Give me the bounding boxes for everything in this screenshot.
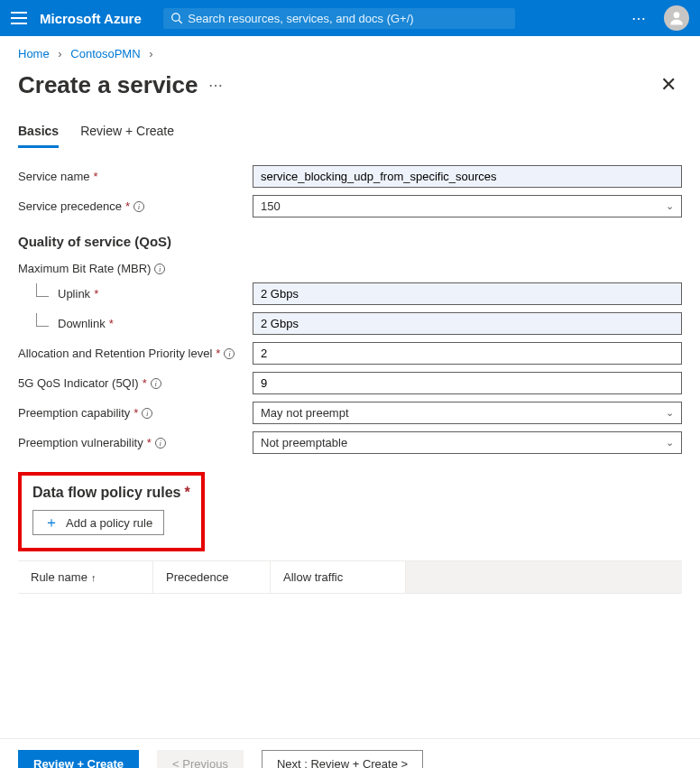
required-indicator: *: [93, 170, 97, 183]
policy-rules-highlight: Data flow policy rules* ＋ Add a policy r…: [18, 472, 205, 551]
rules-table-header: Rule name↑ Precedence Allow traffic: [18, 560, 682, 594]
more-actions-icon[interactable]: ⋯: [208, 77, 225, 94]
close-icon[interactable]: ✕: [655, 69, 682, 100]
form-tabs: Basics Review + Create: [18, 118, 682, 149]
required-indicator: *: [94, 287, 98, 301]
tab-basics[interactable]: Basics: [18, 118, 59, 148]
policy-rules-header: Data flow policy rules: [32, 485, 180, 501]
svg-line-1: [179, 21, 181, 23]
overflow-menu-icon[interactable]: ⋯: [631, 10, 648, 27]
search-icon: [170, 12, 182, 24]
allocation-priority-input[interactable]: [253, 342, 682, 365]
required-indicator: *: [125, 199, 130, 213]
column-allow-traffic[interactable]: Allow traffic: [271, 561, 406, 593]
tab-review-create[interactable]: Review + Create: [80, 118, 174, 148]
footer-actions: Review + Create < Previous Next : Review…: [0, 738, 700, 768]
preemption-vulnerability-label: Preemption vulnerability: [18, 436, 143, 449]
info-icon[interactable]: i: [151, 378, 161, 389]
required-indicator: *: [134, 406, 138, 420]
global-search[interactable]: [163, 8, 515, 29]
add-policy-rule-button[interactable]: ＋ Add a policy rule: [32, 510, 164, 535]
downlink-input[interactable]: [253, 312, 682, 335]
previous-button: < Previous: [157, 750, 244, 768]
preemption-capability-label: Preemption capability: [18, 406, 130, 420]
plus-icon: ＋: [44, 515, 59, 530]
breadcrumb: Home › ContosoPMN ›: [0, 36, 700, 66]
hamburger-icon[interactable]: [11, 12, 27, 24]
review-create-button[interactable]: Review + Create: [18, 750, 139, 768]
chevron-down-icon: ⌄: [666, 437, 674, 449]
column-spacer: [406, 561, 682, 593]
column-rule-name[interactable]: Rule name↑: [18, 561, 153, 593]
service-precedence-select[interactable]: 150⌄: [253, 195, 682, 217]
avatar[interactable]: [664, 5, 689, 31]
info-icon[interactable]: i: [142, 408, 152, 419]
breadcrumb-home[interactable]: Home: [18, 47, 50, 60]
page-title: Create a service: [18, 71, 198, 99]
column-precedence[interactable]: Precedence: [153, 561, 271, 593]
service-precedence-label: Service precedence: [18, 199, 122, 213]
allocation-priority-label: Allocation and Retention Priority level: [18, 347, 212, 360]
required-indicator: *: [184, 485, 189, 501]
brand-label: Microsoft Azure: [40, 11, 142, 26]
next-button[interactable]: Next : Review + Create >: [262, 750, 423, 768]
required-indicator: *: [216, 347, 220, 360]
chevron-down-icon: ⌄: [666, 407, 674, 419]
qos5g-label: 5G QoS Indicator (5QI): [18, 376, 139, 390]
add-policy-rule-label: Add a policy rule: [66, 516, 152, 530]
info-icon[interactable]: i: [155, 438, 166, 449]
info-icon[interactable]: i: [224, 348, 235, 359]
required-indicator: *: [109, 317, 114, 330]
mbr-label: Maximum Bit Rate (MBR): [18, 262, 151, 275]
azure-topbar: Microsoft Azure ⋯: [0, 0, 700, 36]
service-name-label: Service name: [18, 170, 89, 183]
preemption-capability-select[interactable]: May not preempt⌄: [253, 402, 682, 424]
service-name-input[interactable]: [253, 165, 682, 188]
svg-point-0: [171, 14, 179, 21]
breadcrumb-resource[interactable]: ContosoPMN: [70, 47, 140, 60]
qos5g-input[interactable]: [253, 372, 682, 394]
chevron-right-icon: ›: [52, 47, 67, 60]
preemption-vulnerability-select[interactable]: Not preemptable⌄: [253, 431, 682, 454]
required-indicator: *: [147, 436, 152, 449]
uplink-input[interactable]: [253, 282, 682, 305]
search-input[interactable]: [182, 12, 508, 25]
uplink-label: Uplink: [58, 287, 90, 301]
required-indicator: *: [143, 376, 147, 390]
chevron-right-icon: ›: [143, 47, 158, 60]
qos-section-header: Quality of service (QoS): [18, 234, 682, 249]
info-icon[interactable]: i: [134, 201, 144, 212]
chevron-down-icon: ⌄: [666, 200, 674, 212]
info-icon[interactable]: i: [154, 264, 165, 274]
sort-ascending-icon: ↑: [91, 572, 97, 583]
downlink-label: Downlink: [58, 317, 106, 330]
svg-point-2: [674, 12, 680, 18]
